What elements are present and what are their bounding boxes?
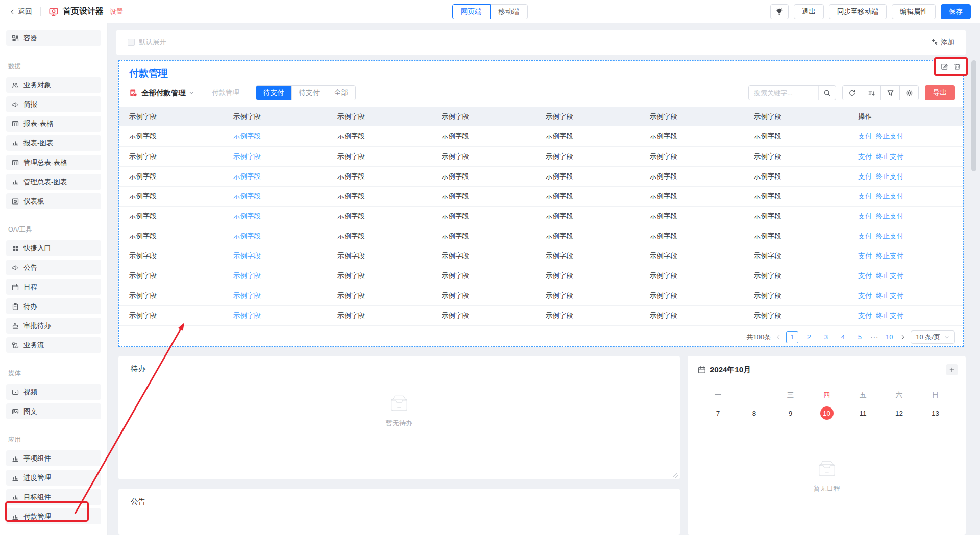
page-button-1[interactable]: 1 <box>786 331 798 343</box>
date-cell-13[interactable]: 13 <box>929 406 942 420</box>
payment-panel[interactable]: 付款管理 全部付款管理 付款管理 待支付待支付全部 导出 示例字段示例字段示例字… <box>118 60 964 347</box>
filter-button[interactable] <box>880 86 899 100</box>
sidebar-item-目标组件[interactable]: 目标组件 <box>6 489 101 505</box>
sidebar-item-图文[interactable]: 图文 <box>6 403 101 419</box>
search-button[interactable] <box>818 86 836 100</box>
edit-panel-button[interactable] <box>941 63 948 70</box>
sidebar-item-报表-图表[interactable]: 报表-图表 <box>6 135 101 151</box>
resize-grip[interactable] <box>673 473 678 478</box>
cell-link[interactable]: 示例字段 <box>233 312 261 319</box>
cell-link[interactable]: 示例字段 <box>233 292 261 299</box>
sidebar-item-管理总表-表格[interactable]: 管理总表-表格 <box>6 155 101 170</box>
status-tab-1[interactable]: 待支付 <box>291 86 327 100</box>
sort-button[interactable] <box>862 86 880 100</box>
default-expand-option[interactable]: 默认展开 <box>128 38 166 47</box>
date-cell-8[interactable]: 8 <box>748 406 761 420</box>
search-input[interactable] <box>749 89 818 97</box>
pay-action-link[interactable]: 支付 <box>858 252 872 260</box>
default-expand-checkbox[interactable] <box>128 39 135 46</box>
sidebar-item-待办[interactable]: 待办 <box>6 298 101 314</box>
add-button[interactable]: 添加 <box>931 38 954 47</box>
cell-link[interactable]: 示例字段 <box>233 272 261 279</box>
sidebar-item-审批待办[interactable]: 审批待办 <box>6 318 101 334</box>
export-button[interactable]: 导出 <box>925 85 955 100</box>
delete-panel-button[interactable] <box>953 63 961 70</box>
date-cell-11[interactable]: 11 <box>856 406 870 420</box>
save-button[interactable]: 保存 <box>941 4 971 19</box>
pay-action-link[interactable]: 支付 <box>858 172 872 180</box>
status-tab-2[interactable]: 全部 <box>327 86 355 100</box>
stop-pay-action-link[interactable]: 终止支付 <box>876 132 903 140</box>
page-button-5[interactable]: 5 <box>853 331 866 343</box>
page-button-4[interactable]: 4 <box>837 331 849 343</box>
stop-pay-action-link[interactable]: 终止支付 <box>876 292 903 299</box>
pay-action-link[interactable]: 支付 <box>858 232 872 240</box>
sidebar-item-付款管理[interactable]: 付款管理 <box>6 508 101 524</box>
date-cell-9[interactable]: 9 <box>784 406 797 420</box>
pay-action-link[interactable]: 支付 <box>858 152 872 160</box>
sidebar-item-管理总表-图表[interactable]: 管理总表-图表 <box>6 174 101 190</box>
sidebar-item-业务对象[interactable]: 业务对象 <box>6 77 101 93</box>
settings-button[interactable] <box>899 86 918 100</box>
device-tab-移动端[interactable]: 移动端 <box>490 4 528 19</box>
device-tab-网页端[interactable]: 网页端 <box>452 4 491 19</box>
cell-link[interactable]: 示例字段 <box>233 132 261 140</box>
sidebar-item-报表-表格[interactable]: 报表-表格 <box>6 116 101 132</box>
subtab-payment[interactable]: 付款管理 <box>212 88 239 97</box>
pay-action-link[interactable]: 支付 <box>858 312 872 319</box>
stop-pay-action-link[interactable]: 终止支付 <box>876 252 903 260</box>
exit-button[interactable]: 退出 <box>794 4 824 19</box>
stop-pay-action-link[interactable]: 终止支付 <box>876 212 903 220</box>
theme-bulb-button[interactable] <box>770 4 789 19</box>
cell-link[interactable]: 示例字段 <box>233 232 261 240</box>
pay-action-link[interactable]: 支付 <box>858 292 872 299</box>
page-scrollbar[interactable] <box>971 60 976 171</box>
page-button-2[interactable]: 2 <box>803 331 815 343</box>
sidebar-item-快捷入口[interactable]: 快捷入口 <box>6 240 101 256</box>
edit-properties-button[interactable]: 编辑属性 <box>892 4 936 19</box>
sidebar-item-仪表板[interactable]: 仪表板 <box>6 193 101 209</box>
next-page-button[interactable] <box>900 334 906 340</box>
chevron-down-icon[interactable] <box>188 90 194 96</box>
refresh-button[interactable] <box>843 86 862 100</box>
sidebar-item-事项组件[interactable]: 事项组件 <box>6 450 101 466</box>
stop-pay-action-link[interactable]: 终止支付 <box>876 172 903 180</box>
cell-link[interactable]: 示例字段 <box>233 212 261 220</box>
cell-link[interactable]: 示例字段 <box>233 152 261 160</box>
stop-pay-action-link[interactable]: 终止支付 <box>876 192 903 200</box>
stop-pay-action-link[interactable]: 终止支付 <box>876 232 903 240</box>
stop-pay-action-link[interactable]: 终止支付 <box>876 312 903 319</box>
sidebar-item-简报[interactable]: 简报 <box>6 96 101 112</box>
todo-panel[interactable]: 待办 暂无待办 <box>118 356 680 479</box>
stop-pay-action-link[interactable]: 终止支付 <box>876 152 903 160</box>
notice-panel[interactable]: 公告 <box>118 489 680 535</box>
back-button[interactable]: 返回 <box>9 7 32 16</box>
pay-action-link[interactable]: 支付 <box>858 212 872 220</box>
sidebar-item-视频[interactable]: 视频 <box>6 384 101 400</box>
cell-link[interactable]: 示例字段 <box>233 192 261 200</box>
date-cell-12[interactable]: 12 <box>893 406 906 420</box>
sidebar-item-业务流[interactable]: 业务流 <box>6 337 101 353</box>
page-button-3[interactable]: 3 <box>820 331 832 343</box>
date-cell-10[interactable]: 10 <box>820 406 834 420</box>
view-filter-dropdown[interactable]: 全部付款管理 <box>141 88 186 98</box>
pay-action-link[interactable]: 支付 <box>858 132 872 140</box>
calendar-add-button[interactable] <box>946 364 958 375</box>
calendar-panel[interactable]: 2024年10月 一二三四五六日 78910111213 暂无日程 <box>688 356 966 535</box>
prev-page-button[interactable] <box>775 334 781 340</box>
sidebar-item-进度管理[interactable]: 进度管理 <box>6 470 101 486</box>
status-tab-0[interactable]: 待支付 <box>256 86 291 100</box>
cell-link[interactable]: 示例字段 <box>233 172 261 180</box>
sync-to-mobile-button[interactable]: 同步至移动端 <box>829 4 887 19</box>
settings-link[interactable]: 设置 <box>110 7 123 16</box>
pay-action-link[interactable]: 支付 <box>858 192 872 200</box>
sidebar-item-日程[interactable]: 日程 <box>6 279 101 295</box>
cell-link[interactable]: 示例字段 <box>233 252 261 260</box>
page-button-10[interactable]: 10 <box>883 331 895 343</box>
date-cell-7[interactable]: 7 <box>712 406 725 420</box>
pay-action-link[interactable]: 支付 <box>858 272 872 279</box>
sidebar-item-容器[interactable]: 容器 <box>6 30 101 46</box>
page-size-select[interactable]: 10 条/页 <box>911 330 955 344</box>
sidebar-item-公告[interactable]: 公告 <box>6 260 101 275</box>
stop-pay-action-link[interactable]: 终止支付 <box>876 272 903 279</box>
